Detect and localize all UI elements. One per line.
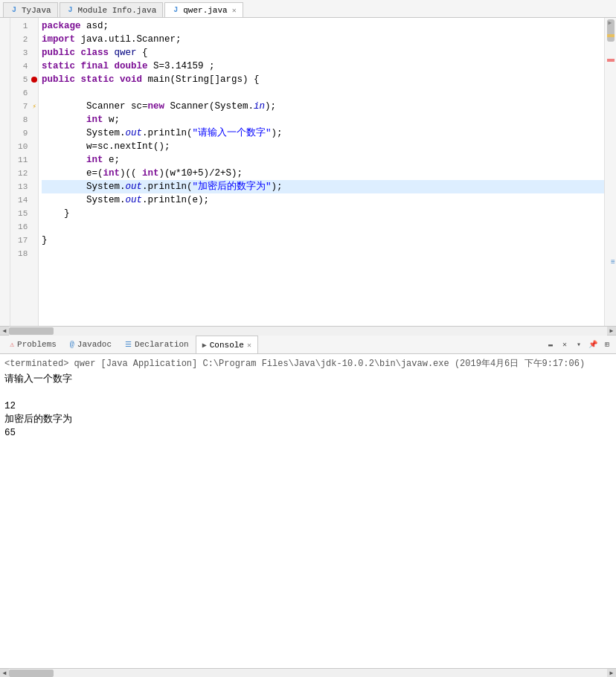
line-number-1: 1 [10, 19, 38, 33]
scroll-right-button[interactable]: ▶ [607, 327, 616, 336]
bottom-ruler-icon[interactable]: ≡ [611, 258, 615, 266]
warning-mark [607, 34, 615, 37]
scroll-thumb[interactable] [9, 327, 54, 335]
code-line-15[interactable]: } [42, 207, 604, 220]
javadoc-icon: @ [70, 341, 74, 349]
code-line-2[interactable]: import java.util.Scanner; [42, 33, 604, 46]
tab-tyjava[interactable]: J TyJava [3, 2, 58, 17]
token: out [126, 180, 143, 193]
console-close-icon[interactable]: ✕ [247, 341, 251, 350]
code-line-8[interactable]: int w; [42, 113, 604, 126]
code-line-12[interactable]: e=(int)(( int)(w*10+5)/2+S); [42, 167, 604, 180]
token: public [42, 46, 75, 60]
token: asd; [81, 19, 109, 33]
tab-declaration[interactable]: ☰ Declaration [118, 336, 196, 353]
panel-controls: ▬ ✕ ▾ 📌 ⊞ [545, 338, 613, 350]
code-line-10[interactable]: w=sc.nextInt(); [42, 140, 604, 153]
java-file-icon: J [10, 6, 19, 15]
token [109, 46, 115, 60]
error-mark [607, 59, 615, 62]
tab-console[interactable]: ▶ Console ✕ [196, 336, 258, 353]
token [42, 113, 86, 126]
console-line-1 [4, 386, 612, 400]
code-line-4[interactable]: static final double S=3.14159 ; [42, 60, 604, 73]
tab-javadoc[interactable]: @ Javadoc [63, 336, 118, 353]
scroll-left-button[interactable]: ◀ [0, 327, 9, 336]
line-number-9: 9 [10, 126, 38, 140]
code-line-16[interactable] [42, 220, 604, 234]
tab-label-problems: Problems [17, 340, 57, 349]
tab-label-console: Console [210, 341, 244, 350]
code-line-18[interactable] [42, 247, 604, 260]
token: ); [272, 180, 283, 193]
token [42, 153, 86, 167]
code-editor[interactable]: package asd;import java.util.Scanner;pub… [39, 18, 604, 326]
minimize-panel-button[interactable]: ▬ [545, 338, 556, 350]
console-line-0: 请输入一个数字 [4, 373, 612, 386]
token: System. [42, 193, 126, 207]
token: class [81, 46, 109, 60]
code-line-1[interactable]: package asd; [42, 19, 604, 33]
token: int [142, 167, 159, 180]
console-line-3: 加密后的数字为 [4, 413, 612, 426]
token: )(( [120, 167, 142, 180]
token [75, 46, 81, 60]
code-line-11[interactable]: int e; [42, 153, 604, 167]
java-file-icon-2: J [66, 6, 75, 15]
code-line-3[interactable]: public class qwer { [42, 46, 604, 60]
token: in [254, 100, 265, 113]
line-number-2: 2 [10, 33, 38, 46]
tab-close-qwer[interactable]: ✕ [232, 6, 237, 15]
line-number-17: 17 [10, 234, 38, 247]
line-number-4: 4 [10, 60, 38, 73]
tab-label-javadoc: Javadoc [77, 340, 112, 349]
tab-moduleinfo[interactable]: J Module Info.java [60, 2, 164, 17]
new-console-button[interactable]: ⊞ [601, 338, 613, 350]
close-panel-button[interactable]: ✕ [559, 338, 571, 350]
view-menu-button[interactable]: ▾ [573, 338, 585, 350]
token: new [148, 100, 165, 113]
scroll-track[interactable] [9, 327, 607, 336]
token [75, 73, 81, 86]
token: { [137, 46, 148, 60]
token: w=sc.nextInt(); [42, 140, 170, 153]
code-line-7[interactable]: Scanner sc=new Scanner(System.in); [42, 100, 604, 113]
pin-button[interactable]: 📌 [587, 338, 599, 350]
token: qwer [115, 46, 137, 60]
line-number-6: 6 [10, 86, 38, 100]
code-line-13[interactable]: System.out.println("加密后的数字为"); [42, 180, 604, 193]
line-numbers-gutter: 1234567⚡89101112131415161718 [10, 18, 39, 326]
token: package [42, 19, 81, 33]
token: ); [265, 100, 276, 113]
code-line-9[interactable]: System.out.println("请输入一个数字"); [42, 126, 604, 140]
code-line-14[interactable]: System.out.println(e); [42, 193, 604, 207]
console-line-2: 12 [4, 400, 612, 413]
code-line-5[interactable]: public static void main(String[]args) { [42, 73, 604, 86]
collapse-icon[interactable]: ▶ [609, 19, 612, 26]
console-scroll-right[interactable]: ▶ [607, 669, 616, 678]
token: System. [42, 126, 126, 140]
token: .println( [142, 126, 193, 140]
tab-problems[interactable]: ⚠ Problems [3, 336, 63, 353]
horizontal-scrollbar[interactable]: ◀ ▶ [0, 326, 616, 335]
line-number-15: 15 [10, 207, 38, 220]
tab-qwer[interactable]: J qwer.java ✕ [164, 2, 243, 17]
token: import [42, 33, 75, 46]
console-scroll-thumb[interactable] [9, 670, 54, 677]
token [109, 60, 115, 73]
code-line-17[interactable]: } [42, 234, 604, 247]
tab-label-qwer: qwer.java [183, 6, 227, 15]
token: public [42, 73, 75, 86]
left-gutter-icons [0, 18, 10, 326]
line-number-13: 13 [10, 180, 38, 193]
overview-ruler: ▶ ≡ [604, 18, 616, 326]
code-line-6[interactable] [42, 86, 604, 100]
token: static [81, 73, 115, 86]
token [75, 60, 81, 73]
console-status-line: <terminated> qwer [Java Application] C:\… [4, 357, 612, 370]
console-scroll-left[interactable]: ◀ [0, 669, 9, 678]
console-horizontal-scrollbar[interactable]: ◀ ▶ [0, 668, 616, 677]
line-number-18: 18 [10, 247, 38, 260]
console-scroll-track[interactable] [9, 669, 607, 678]
tab-label-declaration: Declaration [135, 340, 189, 349]
